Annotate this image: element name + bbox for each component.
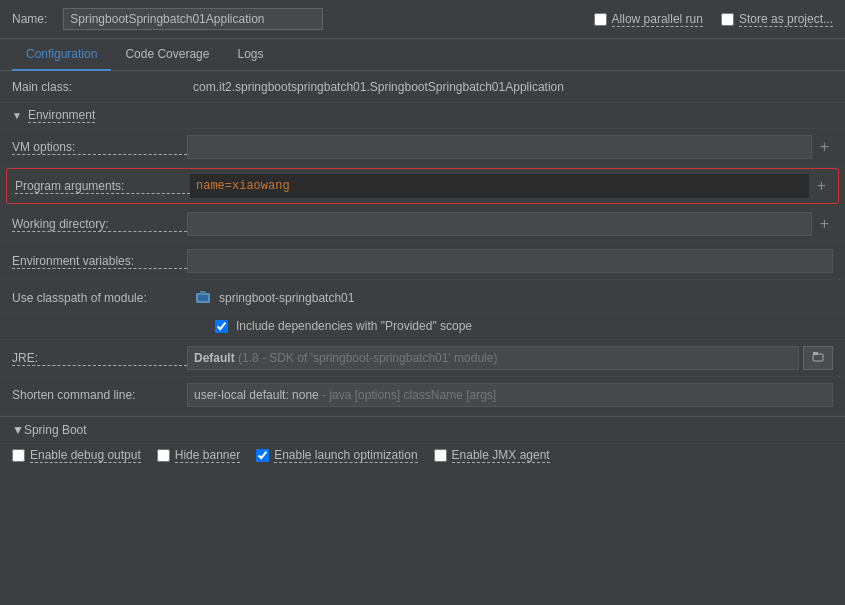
program-args-input[interactable] <box>190 174 809 198</box>
enable-jmx-label[interactable]: Enable JMX agent <box>452 448 550 463</box>
jre-detail-text: (1.8 - SDK of 'springboot-springbatch01'… <box>238 351 497 365</box>
working-dir-label: Working directory: <box>12 217 187 232</box>
allow-parallel-label[interactable]: Allow parallel run <box>612 12 703 27</box>
hide-banner-item: Hide banner <box>157 448 240 463</box>
vm-options-row: VM options: + <box>0 129 845 166</box>
main-class-value: com.it2.springbootspringbatch01.Springbo… <box>187 78 833 96</box>
shorten-label: Shorten command line: <box>12 388 187 402</box>
tab-code-coverage[interactable]: Code Coverage <box>111 39 223 71</box>
store-as-project-item: Store as project... <box>721 12 833 27</box>
module-icon <box>195 290 211 306</box>
name-input[interactable] <box>63 8 323 30</box>
main-class-label: Main class: <box>12 80 187 94</box>
configuration-content: Main class: com.it2.springbootspringbatc… <box>0 71 845 467</box>
enable-jmx-checkbox[interactable] <box>434 449 447 462</box>
enable-debug-checkbox[interactable] <box>12 449 25 462</box>
svg-rect-4 <box>813 352 818 355</box>
environment-arrow-icon: ▼ <box>12 110 22 121</box>
enable-launch-label[interactable]: Enable launch optimization <box>274 448 417 463</box>
shorten-value-text: user-local default: none <box>194 388 319 402</box>
shorten-detail-text: - java [options] className [args] <box>322 388 496 402</box>
enable-debug-label[interactable]: Enable debug output <box>30 448 141 463</box>
spring-boot-options-row: Enable debug output Hide banner Enable l… <box>0 443 845 467</box>
name-label: Name: <box>12 12 47 26</box>
working-dir-row: Working directory: + <box>0 206 845 243</box>
module-row: Use classpath of module: springboot-spri… <box>0 284 845 313</box>
program-args-label: Program arguments: <box>15 179 190 194</box>
enable-jmx-item: Enable JMX agent <box>434 448 550 463</box>
spring-boot-arrow-icon: ▼ <box>12 423 24 437</box>
env-vars-row: Environment variables: <box>0 243 845 280</box>
store-as-project-checkbox[interactable] <box>721 13 734 26</box>
include-deps-label[interactable]: Include dependencies with "Provided" sco… <box>236 319 472 333</box>
jre-default-text: Default <box>194 351 235 365</box>
svg-rect-1 <box>198 295 208 301</box>
jre-row: JRE: Default (1.8 - SDK of 'springboot-s… <box>0 340 845 377</box>
jre-browse-button[interactable] <box>803 346 833 370</box>
allow-parallel-item: Allow parallel run <box>594 12 703 27</box>
top-bar: Name: Allow parallel run Store as projec… <box>0 0 845 39</box>
env-vars-input[interactable] <box>187 249 833 273</box>
working-dir-expand-button[interactable]: + <box>816 216 833 232</box>
spring-boot-section-header[interactable]: ▼ Spring Boot <box>0 416 845 443</box>
include-deps-row: Include dependencies with "Provided" sco… <box>0 313 845 340</box>
store-as-project-label[interactable]: Store as project... <box>739 12 833 27</box>
hide-banner-checkbox[interactable] <box>157 449 170 462</box>
vm-options-label: VM options: <box>12 140 187 155</box>
hide-banner-label[interactable]: Hide banner <box>175 448 240 463</box>
enable-debug-item: Enable debug output <box>12 448 141 463</box>
vm-options-expand-button[interactable]: + <box>816 139 833 155</box>
allow-parallel-checkbox[interactable] <box>594 13 607 26</box>
top-options: Allow parallel run Store as project... <box>594 12 833 27</box>
module-name: springboot-springbatch01 <box>219 291 354 305</box>
jre-label: JRE: <box>12 351 187 366</box>
tab-configuration[interactable]: Configuration <box>12 39 111 71</box>
enable-launch-checkbox[interactable] <box>256 449 269 462</box>
jre-display[interactable]: Default (1.8 - SDK of 'springboot-spring… <box>187 346 799 370</box>
main-class-row: Main class: com.it2.springbootspringbatc… <box>0 71 845 103</box>
spring-boot-label: Spring Boot <box>24 423 87 437</box>
env-vars-label: Environment variables: <box>12 254 187 269</box>
shorten-cmd-row: Shorten command line: user-local default… <box>0 377 845 414</box>
vm-options-input[interactable] <box>187 135 812 159</box>
environment-label: Environment <box>28 108 95 123</box>
tabs-bar: Configuration Code Coverage Logs <box>0 39 845 71</box>
program-args-expand-button[interactable]: + <box>813 178 830 194</box>
tab-logs[interactable]: Logs <box>223 39 277 71</box>
svg-rect-3 <box>813 354 823 361</box>
svg-rect-2 <box>200 291 206 294</box>
shorten-display[interactable]: user-local default: none - java [options… <box>187 383 833 407</box>
enable-launch-item: Enable launch optimization <box>256 448 417 463</box>
environment-section-header[interactable]: ▼ Environment <box>0 103 845 129</box>
working-dir-input[interactable] <box>187 212 812 236</box>
module-label: Use classpath of module: <box>12 291 187 305</box>
program-args-row: Program arguments: + <box>6 168 839 204</box>
include-deps-checkbox[interactable] <box>215 320 228 333</box>
